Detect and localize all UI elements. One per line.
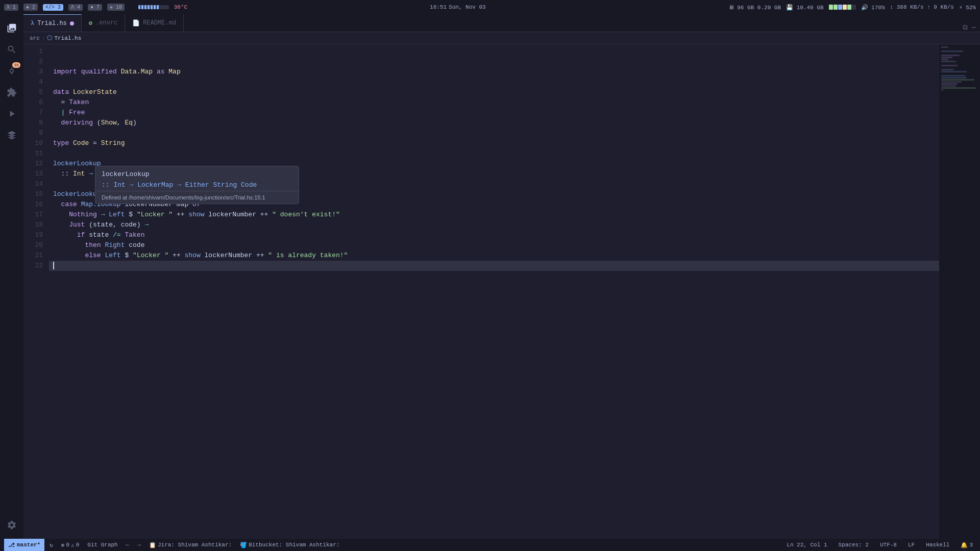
error-icon: ⊗ [61,542,65,548]
activity-telescope[interactable] [2,126,21,145]
git-branch[interactable]: ⎇ master* [4,539,44,551]
modified-indicator [70,21,74,26]
status-right: Ln 22, Col 1 Spaces: 2 UTF-8 LF Haskell … [783,539,976,551]
activity-run[interactable] [2,104,21,123]
activity-bar-bottom [2,515,21,539]
activity-extensions[interactable] [2,83,21,102]
topbar-right: 🖥 96 GB 0.20 GB 💾 10.49 GB 🔊 170% ↕ 388 … [728,4,976,11]
date: Sun, Nov 03 [449,4,486,10]
network: ↕ 388 KB/s ↑ 9 KB/s [890,4,954,10]
hover-definition: Defined at /home/shivam/Documents/log-ju… [95,191,299,204]
language-label: Haskell [926,542,949,548]
hover-tooltip: lockerLookup :: Int → LockerMap → Either… [95,166,299,204]
tab-readme[interactable]: 📄 README.md [125,14,184,32]
spaces-label: Spaces: 2 [839,542,869,548]
workspace-2[interactable]: ◈ 2 [23,4,38,11]
activity-files[interactable] [2,18,21,38]
ram-info: 🖥 96 GB 0.20 GB [728,4,781,11]
workspace-1[interactable]: λ 1 [4,4,18,11]
temperature: 36°C [174,4,187,10]
breadcrumb: src › ⬡ Trial.hs [23,32,980,44]
breadcrumb-src[interactable]: src [30,35,40,41]
line-col: Ln 22, Col 1 [787,542,827,548]
code-line-10: type Code = String [49,138,939,148]
bitbucket-icon: 🪣 [240,542,247,548]
code-editor[interactable]: 1 2 3 4 5 6 7 8 9 10 11 12 13 14 15 16 1… [23,44,980,539]
language-item[interactable]: Haskell [923,539,952,551]
branch-name: master* [17,542,40,548]
tabs-bar: λ Trial.hs ⚙ .envrc 📄 README.md ⧉ ⋯ [23,14,980,32]
code-line-3: import qualified Data.Map as Map [49,67,939,77]
feedback-count: 3 [969,542,973,548]
editor-area: λ Trial.hs ⚙ .envrc 📄 README.md ⧉ ⋯ src … [23,14,980,539]
workspace-5[interactable]: ♦ 7 [88,4,102,11]
code-line-17: Nothing → Left $ "Locker " ++ show locke… [49,210,939,220]
encoding-item[interactable]: UTF-8 [877,539,900,551]
code-line-5: data LockerState [49,87,939,97]
sync-button[interactable]: ↻ [46,539,56,551]
code-line-22 [49,261,939,271]
cpu-info: 💾 10.49 GB [786,4,823,11]
forward-icon: → [137,542,141,548]
code-line-20: then Right code [49,240,939,251]
indent-type[interactable]: Spaces: 2 [836,539,872,551]
more-tabs-icon[interactable]: ⋯ [972,23,976,32]
workspace-6[interactable]: ❋ 10 [107,4,125,11]
code-content[interactable]: import qualified Data.Map as Map data Lo… [49,44,939,539]
feedback-item[interactable]: 🔔 3 [958,539,976,551]
env-icon: ⚙ [89,19,92,27]
activity-bar: 35 [0,14,23,539]
errors-warnings[interactable]: ⊗ 0 ⚠ 0 [58,539,82,551]
line-numbers: 1 2 3 4 5 6 7 8 9 10 11 12 13 14 15 16 1… [23,44,49,539]
cpu-graph [829,5,856,10]
encoding-label: UTF-8 [880,542,897,548]
git-graph-btn[interactable]: Git Graph [84,539,120,551]
tab-label-trial: Trial.hs [37,20,67,27]
tab-label-readme: README.md [143,19,176,27]
bitbucket-label: Bitbucket: Shivam Ashtikar: [249,542,339,548]
warning-icon: ⚠ [71,542,75,548]
line-ending-label: LF [908,542,915,548]
line-ending-item[interactable]: LF [905,539,918,551]
code-line-19: if state /= Taken [49,230,939,240]
breadcrumb-filename[interactable]: Trial.hs [54,35,81,41]
activity-source-control[interactable]: 35 [2,61,21,81]
code-line-2 [49,57,939,67]
activity-search[interactable] [2,40,21,59]
nav-back-btn[interactable]: ← [123,539,133,551]
time: 16:51 [430,4,447,10]
battery: ⚡ 52% [959,4,976,11]
nav-forward-btn[interactable]: → [134,539,144,551]
code-line-7: | Free [49,108,939,118]
hover-signature: :: Int → LockerMap → Either String Code [95,180,299,191]
workspace-tabs: λ 1 ◈ 2 </> 3 Λ 4 ♦ 7 ❋ 10 36°C [4,4,187,11]
progress-bar [138,5,169,9]
topbar-center: 16:51 Sun, Nov 03 [430,4,486,10]
error-count: 0 [66,542,69,548]
sync-icon: ↻ [50,542,53,548]
bitbucket-item[interactable]: 🪣 Bitbucket: Shivam Ashtikar: [237,539,342,551]
status-bar: ⎇ master* ↻ ⊗ 0 ⚠ 0 Git Graph ← → 📋 Jira… [0,539,980,551]
source-control-badge: 35 [12,62,20,68]
tab-trial-hs[interactable]: λ Trial.hs [23,14,82,32]
code-line-4 [49,77,939,87]
code-line-18: Just (state, code) → [49,220,939,230]
workspace-3[interactable]: </> 3 [43,4,63,11]
tab-envrc[interactable]: ⚙ .envrc [82,14,125,32]
code-line-9 [49,128,939,138]
cursor-position[interactable]: Ln 22, Col 1 [783,539,830,551]
code-line-6: = Taken [49,97,939,108]
code-line-11 [49,148,939,159]
split-editor-icon[interactable]: ⧉ [963,23,968,32]
code-line-21: else Left $ "Locker " ++ show lockerNumb… [49,251,939,261]
status-left: ⎇ master* ↻ ⊗ 0 ⚠ 0 Git Graph ← → 📋 Jira… [4,539,342,551]
tabs-actions: ⧉ ⋯ [963,23,980,32]
warning-count: 0 [76,542,80,548]
topbar: λ 1 ◈ 2 </> 3 Λ 4 ♦ 7 ❋ 10 36°C 16:51 Su… [0,0,980,14]
volume: 🔊 170% [861,4,885,11]
jira-item[interactable]: 📋 Jira: Shivam Ashtikar: [146,539,235,551]
hover-name: lockerLookup [95,166,299,180]
workspace-4[interactable]: Λ 4 [68,4,83,11]
activity-settings[interactable] [2,515,21,535]
haskell-icon: λ [31,20,34,27]
